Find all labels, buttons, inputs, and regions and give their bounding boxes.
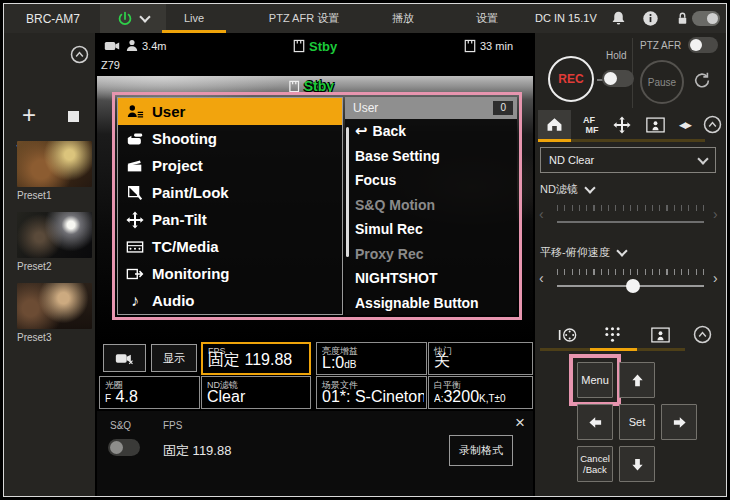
- arrow-down-button[interactable]: [619, 446, 655, 482]
- rec-button[interactable]: REC: [548, 56, 594, 102]
- white-balance-cell[interactable]: 白平衡 A:3200K,T±0: [428, 376, 533, 409]
- sq-label: S&Q: [110, 420, 131, 431]
- nd-slider-increase[interactable]: ›: [713, 207, 718, 221]
- camera-image-off-button[interactable]: [103, 344, 146, 372]
- scene-file-value: 01*: S-Cinetone: [322, 388, 424, 406]
- menu-item-shooting[interactable]: Shooting: [118, 125, 342, 152]
- cancel-back-button[interactable]: Cancel /Back: [577, 446, 613, 482]
- tab-af-mf[interactable]: AF MF: [575, 110, 603, 139]
- menu-item-project[interactable]: Project: [118, 152, 342, 179]
- speed-slider-thumb[interactable]: [626, 279, 640, 293]
- mf-label: MF: [580, 125, 599, 135]
- menu-item-audio[interactable]: ♪ Audio: [118, 287, 342, 314]
- speed-slider-ticks: [557, 269, 704, 275]
- monitoring-icon: [125, 264, 145, 284]
- bell-icon[interactable]: [610, 10, 627, 27]
- submenu-item-focus[interactable]: Focus: [345, 168, 517, 193]
- submenu-item-back[interactable]: ↩ Back: [345, 119, 517, 144]
- grid-dots-icon: [604, 326, 621, 343]
- stop-button[interactable]: [68, 111, 79, 122]
- shutter-cell[interactable]: 快门 关: [428, 342, 533, 375]
- submenu-item-label: Simul Rec: [355, 221, 423, 237]
- arrow-right-button[interactable]: [661, 404, 697, 440]
- tab-joystick[interactable]: [553, 321, 583, 348]
- home-icon: [546, 116, 563, 133]
- menu-item-label: Pan-Tilt: [152, 211, 207, 228]
- collapse-pad-button[interactable]: [689, 321, 715, 348]
- menu-button[interactable]: Menu: [577, 362, 613, 398]
- menu-item-user[interactable]: User: [118, 98, 342, 125]
- af-label: AF: [583, 115, 595, 125]
- info-icon[interactable]: [642, 10, 659, 27]
- hold-toggle[interactable]: [602, 70, 634, 87]
- scene-file-cell[interactable]: 场景文件 01*: S-Cinetone: [316, 376, 427, 409]
- submenu-scrollbar[interactable]: [346, 127, 349, 257]
- submenu-item-nightshot[interactable]: NIGHTSHOT: [345, 266, 517, 291]
- submenu-item-assignable-button[interactable]: Assignable Button: [345, 291, 517, 316]
- pause-button[interactable]: Pause: [640, 60, 684, 104]
- menu-item-monitoring[interactable]: Monitoring: [118, 260, 342, 287]
- tab-menu-pad[interactable]: [597, 321, 627, 348]
- submenu-item-label: Focus: [355, 172, 396, 188]
- speed-slider-increase[interactable]: ›: [713, 271, 718, 285]
- menu-item-tc-media[interactable]: TC/Media: [118, 233, 342, 260]
- submenu-item-label: Back: [373, 123, 406, 139]
- shooting-icon: [125, 129, 145, 149]
- menu-item-label: TC/Media: [152, 238, 219, 255]
- arrow-right-icon: [672, 415, 687, 430]
- tab-home[interactable]: [538, 110, 571, 139]
- preset2-thumbnail[interactable]: [17, 212, 92, 258]
- lock-toggle[interactable]: [692, 11, 720, 26]
- paint-look-icon: [125, 183, 145, 203]
- nd-slider-label: ND滤镜: [540, 182, 578, 197]
- nd-cell[interactable]: ND滤镜 Clear: [201, 376, 311, 409]
- rec-button-label: REC: [558, 72, 583, 86]
- nd-filter-select[interactable]: ND Clear: [540, 147, 716, 173]
- arrow-up-button[interactable]: [619, 362, 655, 398]
- nd-slider-track[interactable]: [557, 221, 704, 223]
- display-button[interactable]: 显示: [151, 344, 197, 372]
- tab-tracking[interactable]: [641, 110, 669, 139]
- sq-fps-value: 固定 119.88: [163, 442, 231, 460]
- device-name: BRC-AM7: [26, 12, 80, 26]
- sq-toggle[interactable]: [108, 439, 140, 456]
- speed-slider-decrease[interactable]: ‹: [539, 271, 544, 285]
- tab-settings[interactable]: 设置: [456, 4, 518, 33]
- cancel-label: Cancel: [580, 453, 610, 464]
- nd-slider-decrease[interactable]: ‹: [539, 207, 544, 221]
- close-icon[interactable]: ×: [515, 413, 525, 433]
- camera-menu: User Shooting Project Paint/Look: [117, 97, 343, 315]
- tab-tracking-pad[interactable]: [645, 321, 675, 348]
- add-preset-button[interactable]: +: [16, 103, 42, 129]
- arrow-left-button[interactable]: [577, 404, 613, 440]
- pause-button-label: Pause: [648, 77, 676, 88]
- collapse-controls-button[interactable]: [699, 110, 725, 139]
- set-button[interactable]: Set: [619, 404, 655, 440]
- preset3-thumbnail[interactable]: [17, 283, 92, 329]
- tab-audio-levels[interactable]: ◀▶: [673, 110, 697, 139]
- menu-item-pan-tilt[interactable]: Pan-Tilt: [118, 206, 342, 233]
- gain-cell[interactable]: 亮度增益 L:0dB: [316, 342, 427, 375]
- gain-unit: dB: [344, 359, 356, 370]
- pan-tilt-speed-header[interactable]: 平移-俯仰速度: [540, 245, 626, 260]
- video-feed[interactable]: Stby User Shooting Project: [97, 76, 533, 341]
- rec-format-button[interactable]: 录制格式: [449, 435, 513, 466]
- chevron-up-circle-icon: [703, 115, 722, 134]
- menu-item-paint-look[interactable]: Paint/Look: [118, 179, 342, 206]
- tab-playback[interactable]: 播放: [372, 4, 434, 33]
- iris-cell[interactable]: 光圈 F 4.8: [99, 376, 200, 409]
- power-button[interactable]: [100, 4, 166, 33]
- camera-off-icon: [115, 352, 135, 365]
- preset1-thumbnail[interactable]: [17, 141, 92, 187]
- tab-ptz-afr-settings[interactable]: PTZ AFR 设置: [249, 4, 359, 33]
- collapse-sidebar-button[interactable]: [70, 45, 89, 64]
- submenu-item-base-setting[interactable]: Base Setting: [345, 144, 517, 169]
- nd-slider-header[interactable]: ND滤镜: [540, 182, 594, 197]
- reset-icon[interactable]: [693, 71, 711, 89]
- tab-live[interactable]: Live: [162, 4, 226, 33]
- tab-pan-tilt-control[interactable]: [608, 110, 636, 139]
- sq-motion-panel: × S&Q FPS 固定 119.88 录制格式: [97, 411, 533, 496]
- fps-cell[interactable]: FPS 固定 119.88: [201, 342, 311, 375]
- ptz-afr-toggle[interactable]: [688, 37, 718, 53]
- submenu-item-simul-rec[interactable]: Simul Rec: [345, 217, 517, 242]
